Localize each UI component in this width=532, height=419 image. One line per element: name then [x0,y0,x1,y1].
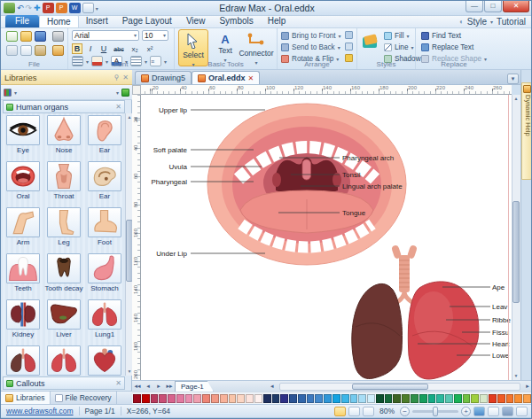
dynamic-help-tab[interactable]: Dynamic Help [521,82,532,180]
library-item-oral[interactable]: Oral [3,159,43,206]
zoom-slider[interactable] [412,410,458,413]
library-item-lung[interactable] [43,344,84,376]
color-swatch[interactable] [211,394,219,403]
hscroll-left-icon[interactable]: ◂ [267,383,278,390]
tab-libraries[interactable]: Libraries [1,392,51,404]
cut-icon[interactable] [6,45,18,56]
tab-file[interactable]: File [5,15,39,27]
color-swatch[interactable] [489,394,497,403]
tab-file-recovery[interactable]: File Recovery [51,392,117,404]
align-shapes-icon[interactable] [345,31,353,39]
canvas-vertical-scrollbar[interactable]: ▲ ▼ [512,95,520,380]
color-swatch[interactable] [307,394,315,403]
library-item-throat[interactable]: Throat [43,159,84,206]
color-swatch[interactable] [445,394,453,403]
edrawsoft-link[interactable]: www.edrawsoft.com [6,407,74,415]
font-size-select[interactable]: 10▾ [142,30,168,41]
page-tab[interactable]: Page-1 [175,381,214,392]
superscript-button[interactable]: x² [144,45,156,53]
color-swatch[interactable] [289,394,297,403]
color-swatch[interactable] [151,394,159,403]
color-swatch[interactable] [523,394,531,403]
format-painter-icon[interactable] [52,45,64,56]
callouts-section-header[interactable]: Callouts ✕ [3,376,125,390]
color-swatch[interactable] [480,394,488,403]
color-swatch[interactable] [254,394,262,403]
color-swatch[interactable] [229,394,237,403]
color-swatch[interactable] [159,394,167,403]
fullscreen-button[interactable] [516,407,528,416]
color-swatch[interactable] [385,394,393,403]
grid-view-button[interactable] [502,407,513,416]
close-button[interactable]: ✕ [503,1,529,12]
color-swatch[interactable] [176,394,184,403]
color-swatch[interactable] [402,394,410,403]
tutorial-menu[interactable]: Tutorial [497,17,526,27]
doc-tab-oral[interactable]: Oral.eddx✕ [192,71,260,84]
library-item-ear[interactable]: Ear [84,159,125,206]
color-swatch[interactable] [202,394,210,403]
color-swatch[interactable] [428,394,436,403]
subscript-button[interactable]: x₂ [129,45,141,53]
prev-page-icon[interactable]: ◂ [143,383,153,390]
lungs-diagram-shape[interactable] [352,244,479,379]
library-go-icon[interactable] [121,89,129,97]
tab-symbols[interactable]: Symbols [212,15,260,27]
color-swatch[interactable] [193,394,201,403]
canvas-hscroll-thumb[interactable] [352,384,428,390]
replace-text-button[interactable]: Replace Text [421,43,473,52]
human-organs-close-icon[interactable]: ✕ [115,103,121,111]
color-swatch[interactable] [463,394,471,403]
library-item-kidney[interactable]: Kidney [3,298,43,344]
color-swatch[interactable] [419,394,427,403]
library-list-icon[interactable] [4,89,12,97]
color-swatch[interactable] [142,394,150,403]
new-icon[interactable] [6,31,18,42]
font-family-select[interactable]: Arial▾ [72,30,139,41]
find-text-button[interactable]: Find Text [421,31,461,41]
color-swatch[interactable] [324,394,332,403]
library-list-caret-icon[interactable]: ▾ [14,89,17,96]
doc-tab-drawing5[interactable]: Drawing5 [135,71,192,84]
hscroll-right-icon[interactable]: ▸ [522,383,532,390]
library-item-teeth[interactable]: Teeth [3,252,43,298]
color-swatch[interactable] [367,394,375,403]
library-item-ear[interactable]: Ear [84,113,125,159]
zoom-in-icon[interactable]: + [461,407,471,416]
style-menu[interactable]: Style [467,17,487,27]
next-page-icon[interactable]: ▸ [153,383,164,390]
color-swatch[interactable] [454,394,462,403]
color-swatch[interactable] [358,394,366,403]
bring-to-front-button[interactable]: Bring to Front▾ [281,31,341,41]
doc-tab-close-icon[interactable]: ✕ [248,74,254,82]
underline-button[interactable]: U [98,44,109,53]
color-swatch[interactable] [220,394,228,403]
print-layout-button[interactable] [363,407,374,416]
fit-to-window-button[interactable] [473,407,485,416]
canvas-scroll-down-icon[interactable]: ▼ [512,372,520,380]
library-item-heart[interactable] [84,344,125,376]
color-swatch[interactable] [332,394,340,403]
send-to-back-button[interactable]: Send to Back▾ [281,43,340,52]
color-swatch[interactable] [350,394,358,403]
maximize-button[interactable]: □ [484,1,502,12]
color-swatch[interactable] [298,394,306,403]
color-swatch[interactable] [272,394,280,403]
first-page-icon[interactable]: ◂◂ [132,383,143,390]
color-swatch[interactable] [168,394,176,403]
copy-icon[interactable] [20,45,32,56]
save-icon[interactable] [35,31,46,42]
library-item-arm[interactable]: Arm [3,206,43,252]
open-icon[interactable] [20,31,32,42]
bold-button[interactable]: B [72,43,82,54]
tab-scroll-icon[interactable]: ▼ [507,74,519,84]
color-swatch[interactable] [471,394,479,403]
color-swatch[interactable] [436,394,444,403]
color-swatch[interactable] [237,394,245,403]
drawing-canvas[interactable]: Upper lip Soft palate Uvula Pharyngeal U… [141,95,512,380]
italic-button[interactable]: I [85,44,96,53]
library-item-eye[interactable]: Eye [3,113,43,159]
paste-icon[interactable] [35,45,46,56]
zoom-slider-thumb[interactable] [433,407,438,416]
tab-help[interactable]: Help [261,15,293,27]
